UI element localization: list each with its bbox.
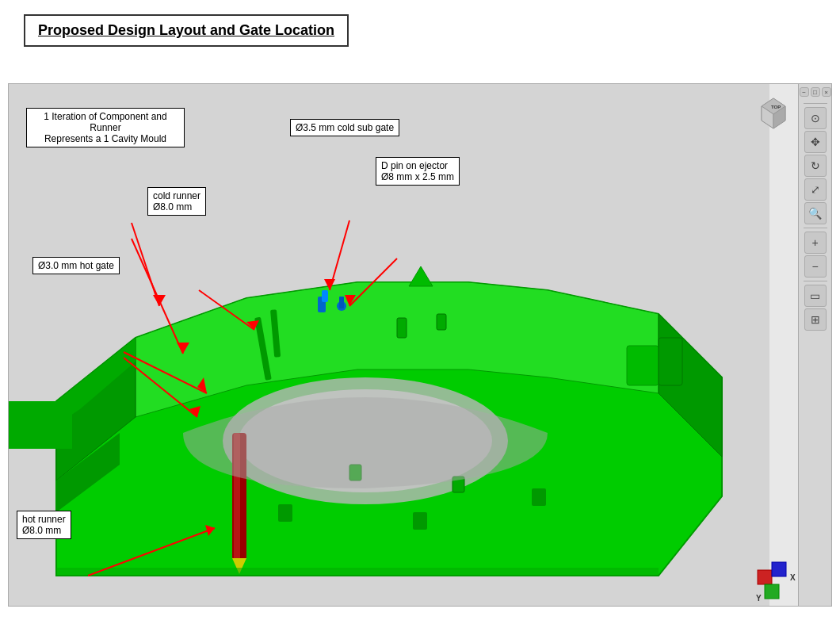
- view-btn[interactable]: ▭: [804, 285, 827, 307]
- pan-btn[interactable]: ✥: [804, 131, 827, 153]
- rotate-btn[interactable]: ↻: [804, 155, 827, 177]
- orbit-btn[interactable]: ⊙: [804, 107, 827, 129]
- cold-sub-gate-label: Ø3.5 mm cold sub gate: [290, 119, 399, 136]
- title-box: Proposed Design Layout and Gate Location: [24, 14, 349, 47]
- toolbar-divider-2: [804, 228, 827, 228]
- svg-rect-10: [322, 290, 328, 302]
- svg-rect-52: [772, 562, 786, 576]
- zoom-in-btn[interactable]: +: [804, 232, 827, 254]
- svg-rect-18: [437, 314, 446, 330]
- zoom-btn[interactable]: 🔍: [804, 202, 827, 224]
- svg-rect-15: [627, 346, 659, 385]
- svg-rect-28: [413, 512, 427, 530]
- cold-runner-label: cold runner Ø8.0 mm: [147, 187, 206, 216]
- toolbar-divider-1: [804, 103, 827, 104]
- minimize-btn[interactable]: −: [800, 87, 809, 97]
- hot-gate-label: Ø3.0 mm hot gate: [32, 257, 120, 274]
- svg-rect-24: [9, 401, 72, 449]
- svg-text:TOP: TOP: [771, 105, 781, 109]
- svg-rect-27: [278, 504, 292, 522]
- right-toolbar: − □ × ⊙ ✥ ↻ ⤢ 🔍 + − ▭ ⊞: [798, 84, 831, 607]
- zoom-out-btn[interactable]: −: [804, 255, 827, 278]
- axis-indicator: X Y: [754, 558, 793, 598]
- d-pin-label: D pin on ejector Ø8 mm x 2.5 mm: [376, 157, 460, 186]
- svg-rect-17: [397, 318, 407, 338]
- viewport: 1 Iteration of Component and Runner Repr…: [8, 83, 832, 607]
- fit-btn[interactable]: ⤢: [804, 178, 827, 201]
- grid-btn[interactable]: ⊞: [804, 308, 827, 331]
- hot-runner-label: hot runner Ø8.0 mm: [17, 511, 71, 539]
- close-btn[interactable]: ×: [822, 87, 831, 97]
- svg-text:X: X: [790, 573, 796, 582]
- svg-rect-53: [765, 584, 779, 599]
- svg-rect-29: [532, 488, 546, 506]
- svg-marker-26: [56, 568, 659, 576]
- svg-rect-22: [339, 297, 344, 308]
- toolbar-divider-3: [804, 281, 827, 281]
- restore-btn[interactable]: □: [811, 87, 820, 97]
- svg-rect-16: [659, 338, 682, 385]
- svg-rect-51: [758, 570, 772, 584]
- page-title: Proposed Design Layout and Gate Location: [38, 22, 334, 38]
- iteration-label: 1 Iteration of Component and Runner Repr…: [26, 108, 185, 147]
- svg-text:Y: Y: [756, 594, 762, 602]
- nav-cube[interactable]: TOP: [754, 90, 793, 130]
